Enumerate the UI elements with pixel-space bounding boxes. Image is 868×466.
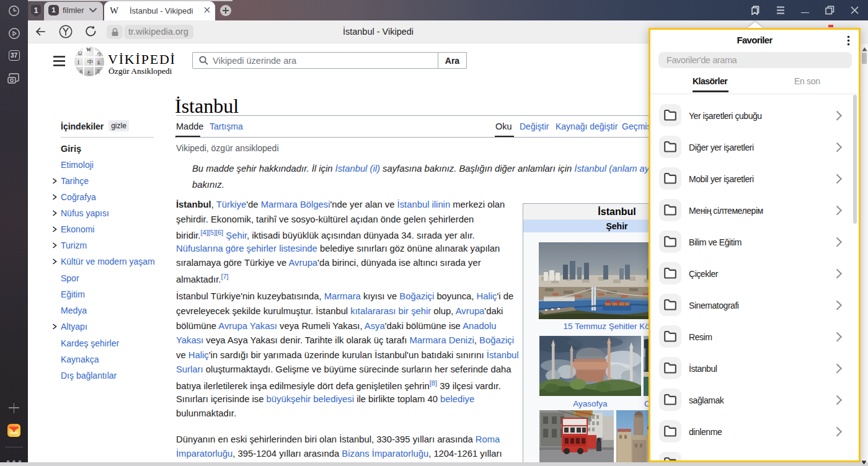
svg-text:ウ: ウ: [97, 51, 102, 57]
svg-text:Д: Д: [96, 69, 100, 74]
svg-text:Ω: Ω: [78, 50, 82, 56]
svg-text:Б: Б: [97, 59, 100, 66]
svg-text:ع: ع: [87, 69, 91, 75]
svg-text:W: W: [86, 47, 91, 53]
svg-text:İ: İ: [78, 59, 79, 66]
svg-text:א: א: [79, 68, 82, 74]
svg-text:中: 中: [87, 59, 94, 65]
